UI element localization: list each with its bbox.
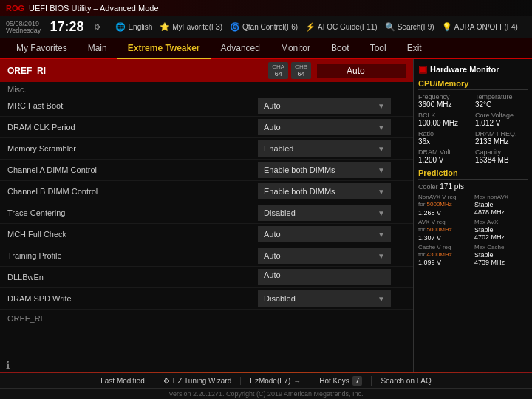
- setting-channel-a-dimm[interactable]: Channel A DIMM Control Enable both DIMMs…: [0, 160, 413, 181]
- language-icon: 🌐: [115, 22, 126, 32]
- tab-main[interactable]: Main: [78, 38, 117, 59]
- tab-monitor[interactable]: Monitor: [270, 38, 321, 59]
- prediction-title: Prediction: [418, 168, 528, 180]
- red-accent-line: [0, 372, 532, 373]
- date-line2: Wednesday: [6, 27, 41, 34]
- dropdown-arrow-6: ▼: [378, 209, 385, 217]
- tab-extreme-tweaker[interactable]: Extreme Tweaker: [117, 38, 211, 59]
- dram-spd-write-value[interactable]: Disabled ▼: [258, 290, 406, 307]
- setting-channel-b-dimm[interactable]: Channel B DIMM Control Enable both DIMMs…: [0, 181, 413, 202]
- training-profile-dropdown[interactable]: Auto ▼: [258, 248, 391, 264]
- toolbar-aura[interactable]: 💡 AURA ON/OFF(F4): [442, 22, 518, 32]
- monitor-icon: ▣: [418, 64, 427, 75]
- toolbar-myfavorite[interactable]: ⭐ MyFavorite(F3): [160, 22, 222, 32]
- title-text: UEFI BIOS Utility – Advanced Mode: [29, 4, 158, 13]
- toolbar-qfan[interactable]: 🌀 Qfan Control(F6): [230, 22, 298, 32]
- oref-footer: OREF_RI: [0, 311, 413, 326]
- dropdown-arrow-7: ▼: [378, 231, 385, 239]
- core-voltage-cell: Core Voltage 1.012 V: [475, 112, 528, 127]
- ez-mode-button[interactable]: EzMode(F7) →: [241, 377, 310, 385]
- setting-dram-clk-period[interactable]: DRAM CLK Period Auto ▼: [0, 117, 413, 138]
- ai-oc-icon: ⚡: [305, 22, 316, 32]
- dropdown-arrow-2: ▼: [378, 123, 385, 132]
- cpu-memory-grid: Frequency 3600 MHz Temperature 32°C BCLK…: [418, 93, 528, 164]
- bclk-cell: BCLK 100.00 MHz: [418, 112, 471, 127]
- channel-a-dropdown[interactable]: Enable both DIMMs ▼: [258, 162, 391, 178]
- training-profile-value[interactable]: Auto ▼: [258, 248, 406, 264]
- ez-tuning-label: EZ Tuning Wizard: [173, 377, 231, 385]
- setting-dllbwen[interactable]: DLLBwEn Auto: [0, 267, 413, 288]
- setting-memory-scrambler[interactable]: Memory Scrambler Enabled ▼: [0, 138, 413, 160]
- frequency-cell: Frequency 3600 MHz: [418, 93, 471, 109]
- tab-exit[interactable]: Exit: [397, 38, 432, 59]
- ai-oc-label: AI OC Guide(F11): [318, 23, 378, 31]
- dram-clk-value[interactable]: Auto ▼: [258, 119, 406, 135]
- last-modified-button[interactable]: Last Modified: [92, 377, 154, 385]
- memory-scrambler-value[interactable]: Enabled ▼: [258, 140, 406, 157]
- nonavx-req-cell: NonAVX V reqfor 5000MHz 1.268 V: [418, 194, 471, 216]
- bottom-buttons: Last Modified ⚙ EZ Tuning Wizard EzMode(…: [0, 374, 532, 389]
- channel-b-dropdown[interactable]: Enable both DIMMs ▼: [258, 183, 391, 200]
- toolbar-ai-oc[interactable]: ⚡ AI OC Guide(F11): [305, 22, 378, 32]
- toolbar-language[interactable]: 🌐 English: [115, 22, 152, 32]
- mrc-fast-boot-dropdown[interactable]: Auto ▼: [258, 98, 391, 114]
- dropdown-arrow-4: ▼: [378, 166, 385, 174]
- channel-b-value[interactable]: Enable both DIMMs ▼: [258, 183, 406, 200]
- oref-header-row[interactable]: OREF_RI CHA 64 CHB 64 Auto: [0, 59, 413, 82]
- setting-dram-spd-write[interactable]: DRAM SPD Write Disabled ▼: [0, 288, 413, 310]
- channel-a-value[interactable]: Enable both DIMMs ▼: [258, 162, 406, 178]
- hw-monitor-panel: ▣ Hardware Monitor CPU/Memory Frequency …: [414, 59, 532, 372]
- aura-label: AURA ON/OFF(F4): [454, 23, 518, 31]
- mch-full-check-dropdown[interactable]: Auto ▼: [258, 226, 391, 242]
- time-display: 17:28: [50, 20, 83, 35]
- dram-spd-write-dropdown[interactable]: Disabled ▼: [258, 290, 391, 307]
- mch-full-check-value[interactable]: Auto ▼: [258, 226, 406, 242]
- setting-training-profile[interactable]: Training Profile Auto ▼: [0, 245, 413, 267]
- setting-trace-centering[interactable]: Trace Centering Disabled ▼: [0, 202, 413, 224]
- prediction-section: Prediction Cooler 171 pts NonAVX V reqfo…: [418, 168, 528, 266]
- search-faq-label: Search on FAQ: [381, 377, 431, 385]
- trace-centering-value[interactable]: Disabled ▼: [258, 205, 406, 221]
- hot-keys-button[interactable]: Hot Keys 7: [310, 376, 372, 386]
- datetime: 05/08/2019 Wednesday: [6, 21, 41, 34]
- cha-badge: CHA 64: [268, 62, 288, 79]
- dllbwen-text: Auto: [258, 269, 391, 285]
- dropdown-arrow-5: ▼: [378, 188, 385, 196]
- chb-badge: CHB 64: [291, 62, 311, 79]
- memory-scrambler-dropdown[interactable]: Enabled ▼: [258, 140, 391, 157]
- channel-badges: CHA 64 CHB 64: [268, 62, 311, 79]
- tab-tool[interactable]: Tool: [360, 38, 397, 59]
- cache-req-cell: Cache V reqfor 4300MHz 1.099 V: [418, 244, 471, 267]
- ez-tuning-wizard-button[interactable]: ⚙ EZ Tuning Wizard: [154, 377, 241, 385]
- dropdown-arrow: ▼: [378, 102, 385, 110]
- capacity-cell: Capacity 16384 MB: [475, 149, 528, 164]
- version-text: Version 2.20.1271. Copyright (C) 2019 Am…: [0, 389, 532, 399]
- hot-keys-label: Hot Keys: [319, 377, 349, 385]
- dram-clk-dropdown[interactable]: Auto ▼: [258, 119, 391, 135]
- dllbwen-value[interactable]: Auto: [258, 269, 406, 285]
- info-button[interactable]: ℹ: [6, 359, 10, 371]
- tab-advanced[interactable]: Advanced: [211, 38, 270, 59]
- setting-mch-full-check[interactable]: MCH Full Check Auto ▼: [0, 224, 413, 245]
- qfan-label: Qfan Control(F6): [242, 23, 298, 31]
- max-avx-cell: Max AVX Stable 4702 MHz: [474, 219, 528, 242]
- trace-centering-dropdown[interactable]: Disabled ▼: [258, 205, 391, 221]
- bottom-bar: Last Modified ⚙ EZ Tuning Wizard EzMode(…: [0, 372, 532, 399]
- tab-boot[interactable]: Boot: [321, 38, 360, 59]
- mrc-fast-boot-value[interactable]: Auto ▼: [258, 98, 406, 114]
- hw-monitor-title: ▣ Hardware Monitor: [418, 64, 528, 75]
- toolbar-search[interactable]: 🔍 Search(F9): [385, 22, 434, 32]
- search-faq-button[interactable]: Search on FAQ: [372, 377, 440, 385]
- rog-logo: ROG: [6, 4, 24, 13]
- settings-icon[interactable]: ⚙: [94, 23, 100, 31]
- search-label: Search(F9): [398, 23, 434, 31]
- main-area: OREF_RI CHA 64 CHB 64 Auto Misc. MRC Fas…: [0, 59, 532, 372]
- dropdown-arrow-9: ▼: [378, 295, 385, 303]
- content-panel: OREF_RI CHA 64 CHB 64 Auto Misc. MRC Fas…: [0, 59, 414, 372]
- search-icon: 🔍: [385, 22, 395, 32]
- tab-my-favorites[interactable]: My Favorites: [6, 38, 78, 59]
- setting-mrc-fast-boot[interactable]: MRC Fast Boot Auto ▼: [0, 95, 413, 117]
- dropdown-arrow-8: ▼: [378, 252, 385, 260]
- title-bar: ROG UEFI BIOS Utility – Advanced Mode: [0, 0, 532, 16]
- nav-bar: My Favorites Main Extreme Tweaker Advanc…: [0, 38, 532, 59]
